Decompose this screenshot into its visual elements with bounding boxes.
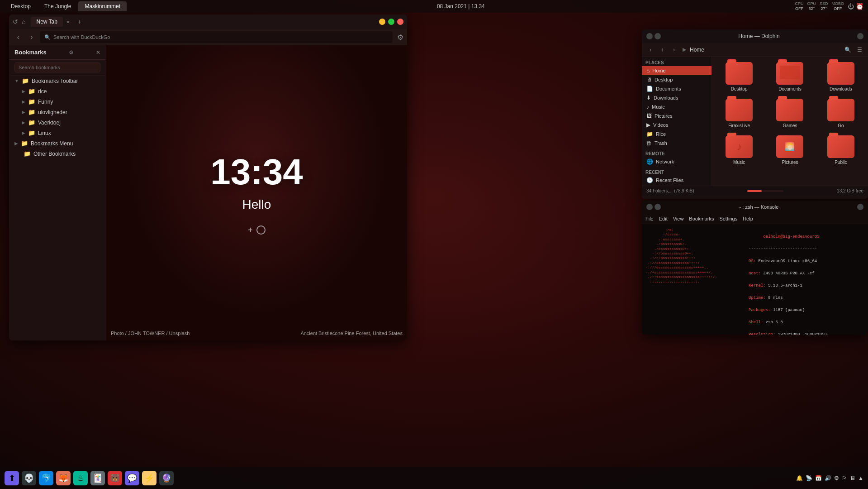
file-documents[interactable]: Documents [766,60,813,93]
search-icon: 🔍 [44,34,51,40]
file-downloads[interactable]: ⬇ Downloads [817,60,864,93]
file-public[interactable]: Public [817,134,864,167]
dolphin-close-btn[interactable] [857,33,863,39]
packages-val: 1187 (pacman) [773,308,805,312]
dolphin-up-btn[interactable]: ↑ [657,45,667,55]
konsole-menu-settings[interactable]: Settings [719,216,737,221]
dolphin-item-network[interactable]: 🌐 Network [642,157,711,166]
dolphin-item-videos[interactable]: ▶ Videos [642,120,711,129]
calendar-icon[interactable]: 📅 [815,475,822,481]
konsole-menu-edit[interactable]: Edit [659,216,668,221]
file-label: Pictures [782,160,798,165]
desktop-icon: 🖥 [646,77,652,83]
dolphin-forward-btn[interactable]: › [669,45,679,55]
ff-new-tab-btn[interactable]: + [73,16,86,27]
system-stats: CPU OFF GPU 52° SSD 27° MOBO OFF ⏻ ⏰ [795,1,863,11]
dolphin-btn1[interactable] [646,33,653,39]
dolphin-item-desktop[interactable]: 🖥 Desktop [642,75,711,84]
app-icon-bear[interactable]: 🐻 [108,471,122,485]
ff-forward-btn[interactable]: › [26,32,37,43]
taskbar-system-tray: 🔔 📡 📅 🔊 ⚙ 🏳 🖥 ▲ [796,475,863,481]
dolphin-btn2[interactable] [655,33,661,39]
app-icon-steam[interactable]: ♨ [73,471,88,485]
ff-back-btn[interactable]: ‹ [13,32,24,43]
dolphin-item-recent-files[interactable]: 🕒 Recent Files [642,176,711,185]
konsole-menu-file[interactable]: File [645,216,654,221]
ff-tab-active[interactable]: New Tab [31,17,62,27]
bm-item-vaerk[interactable]: ▶ 📁 Vaerktoej [9,117,106,128]
app-icon-firefox[interactable]: 🦊 [56,471,71,485]
bookmarks-search-input[interactable] [14,62,100,72]
konsole-close-btn[interactable] [857,204,863,210]
bookmarks-gear[interactable]: ⚙ [69,49,74,56]
file-games[interactable]: Games [766,97,813,130]
pictures-icon: 🖼 [646,113,652,119]
ff-minimize-btn[interactable] [379,19,385,25]
konsole-btn2[interactable] [655,204,661,210]
new-tab-add-shortcut[interactable]: + [248,225,266,235]
ff-extensions-btn[interactable]: ⚙ [397,33,403,42]
ff-nav-reload[interactable]: ↺ [13,18,18,25]
monitor-icon[interactable]: 🖥 [850,475,855,481]
app-icon-unknown1[interactable]: ⚡ [142,471,157,485]
ff-urlbar[interactable]: 🔍 Search with DuckDuckGo [40,31,393,43]
flag-icon[interactable]: 🏳 [842,475,847,481]
notification-icon[interactable]: 🔔 [796,475,803,481]
dolphin-menu-btn[interactable]: ☰ [854,45,864,55]
gpu-stat: GPU 52° [807,1,816,11]
network-tray-icon[interactable]: 📡 [806,475,812,481]
bm-item-menu[interactable]: ▶ 📁 Bookmarks Menu [9,138,106,149]
dolphin-back-btn[interactable]: ‹ [645,45,655,55]
file-pictures[interactable]: 🌅 Pictures [766,134,813,167]
workspace-tab-jungle[interactable]: The Jungle [38,1,77,11]
ff-maximize-btn[interactable] [388,19,394,25]
ff-close-btn[interactable] [397,19,403,25]
dolphin-item-home[interactable]: ⌂ Home [642,66,711,75]
workspace-tab-desktop[interactable]: Desktop [5,1,37,11]
app-icon-endeavour[interactable]: ⬆ [5,471,19,485]
folder-icon-music: ♪ [726,135,753,158]
volume-icon[interactable]: 🔊 [825,475,831,481]
bookmarks-close[interactable]: ✕ [96,49,100,56]
bm-item-ulov[interactable]: ▶ 📁 ulovligheder [9,107,106,117]
res-key: Resolution: [749,332,778,335]
bm-item-linux[interactable]: ▶ 📁 Linux [9,128,106,138]
dolphin-item-pictures[interactable]: 🖼 Pictures [642,111,711,120]
file-music[interactable]: ♪ Music [716,134,763,167]
uptime-val: 8 mins [768,296,783,300]
bm-item-other[interactable]: 📁 Other Bookmarks [9,149,106,159]
shell-val: zsh 5.8 [766,320,783,325]
workspace-tab-maskin[interactable]: Maskinrummet [78,1,127,11]
dolphin-item-label: Trash [655,140,667,146]
dolphin-item-documents[interactable]: 📄 Documents [642,84,711,93]
app-icon-cards[interactable]: 🃏 [90,471,105,485]
file-label: Downloads [830,86,852,91]
dolphin-item-music[interactable]: ♪ Music [642,102,711,111]
dolphin-item-downloads[interactable]: ⬇ Downloads [642,93,711,102]
taskbar-top: Desktop The Jungle Maskinrummet 08 Jan 2… [0,0,868,13]
file-desktop[interactable]: Desktop [716,60,763,93]
file-firaxislive[interactable]: FiraxisLive [716,97,763,130]
bm-toolbar-folder[interactable]: ▼ 📁 Bookmarks Toolbar [9,76,106,86]
dolphin-item-rice[interactable]: 📁 Rice [642,129,711,139]
konsole-menu-view[interactable]: View [673,216,684,221]
dolphin-search-btn[interactable]: 🔍 [843,45,853,55]
konsole-btn1[interactable] [646,204,653,210]
documents-icon: 📄 [646,86,653,92]
app-icon-unknown2[interactable]: 🔮 [159,471,174,485]
bm-item-funny[interactable]: ▶ 📁 Funny [9,96,106,107]
bm-item-rice[interactable]: ▶ 📁 rice [9,86,106,96]
app-icon-dolphin[interactable]: 🐬 [39,471,53,485]
file-go[interactable]: Go [817,97,864,130]
dolphin-item-recent-locations[interactable]: 🕒 Recent Locations [642,185,711,186]
chevron-up-icon[interactable]: ▲ [858,475,863,481]
konsole-menu-bookmarks[interactable]: Bookmarks [689,216,714,221]
ff-tab-expand[interactable]: » [66,19,70,25]
app-icon-discord[interactable]: 💬 [125,471,139,485]
dolphin-toolbar-right: 🔍 ☰ [843,45,864,55]
ff-nav-home[interactable]: ⌂ [22,18,25,25]
konsole-menu-help[interactable]: Help [743,216,753,221]
app-icon-terminal[interactable]: 💀 [22,471,36,485]
dolphin-item-trash[interactable]: 🗑 Trash [642,139,711,148]
usb-icon[interactable]: ⚙ [834,475,839,481]
